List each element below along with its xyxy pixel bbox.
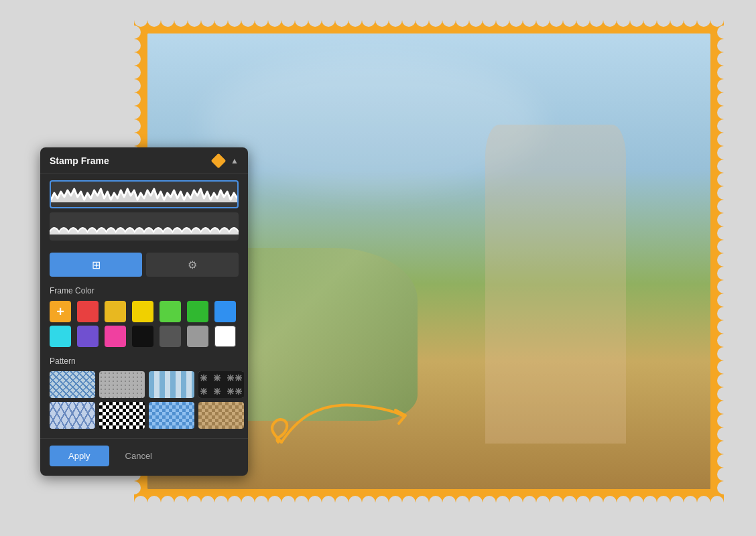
pattern-dots[interactable] [99, 371, 145, 398]
cancel-button[interactable]: Cancel [115, 446, 163, 466]
color-blue[interactable] [214, 301, 236, 322]
pattern-checker[interactable] [99, 402, 145, 429]
frame-preview-2[interactable] [50, 212, 239, 241]
color-green-light[interactable] [160, 301, 181, 322]
svg-rect-201 [198, 402, 244, 429]
collapse-icon[interactable]: ▲ [231, 156, 239, 165]
color-white[interactable] [214, 326, 236, 347]
settings-tab-button[interactable]: ⚙ [146, 253, 239, 277]
pattern-star[interactable] [198, 371, 244, 398]
pattern-label: Pattern [40, 352, 248, 368]
color-add-button[interactable]: + [50, 301, 71, 322]
color-gray[interactable] [187, 326, 208, 347]
diamond-icon [211, 153, 227, 169]
color-pink[interactable] [105, 326, 126, 347]
color-green[interactable] [187, 301, 208, 322]
pattern-tan[interactable] [198, 402, 244, 429]
color-purple[interactable] [77, 326, 99, 347]
svg-rect-197 [149, 402, 194, 429]
frame-preview-list [40, 174, 248, 247]
color-grid: + [40, 298, 248, 352]
apply-button[interactable]: Apply [50, 446, 109, 466]
panel-header-icons: ▲ [213, 155, 239, 166]
color-yellow[interactable] [132, 301, 153, 322]
pattern-crosshatch[interactable] [50, 371, 95, 398]
frame-color-label: Frame Color [40, 282, 248, 298]
color-dark-gray[interactable] [160, 326, 181, 347]
color-black[interactable] [132, 326, 153, 347]
panel-title: Stamp Frame [50, 155, 109, 166]
pattern-diagonal[interactable] [50, 402, 95, 429]
action-buttons: Apply Cancel [40, 438, 248, 476]
color-cyan[interactable] [50, 326, 71, 347]
frame-preview-1[interactable] [50, 180, 239, 208]
panel-header: Stamp Frame ▲ [40, 147, 248, 174]
svg-rect-160 [198, 371, 244, 398]
pattern-check-blue[interactable] [149, 371, 194, 398]
arrow-annotation [261, 382, 422, 462]
color-red[interactable] [77, 301, 99, 322]
stamp-frame-panel: Stamp Frame ▲ [40, 147, 248, 476]
frame-tab-button[interactable]: ⊞ [50, 253, 142, 277]
color-orange-yellow[interactable] [105, 301, 126, 322]
tab-buttons: ⊞ ⚙ [50, 253, 239, 277]
pattern-blue-tiles[interactable] [149, 402, 194, 429]
pattern-grid [40, 368, 248, 436]
